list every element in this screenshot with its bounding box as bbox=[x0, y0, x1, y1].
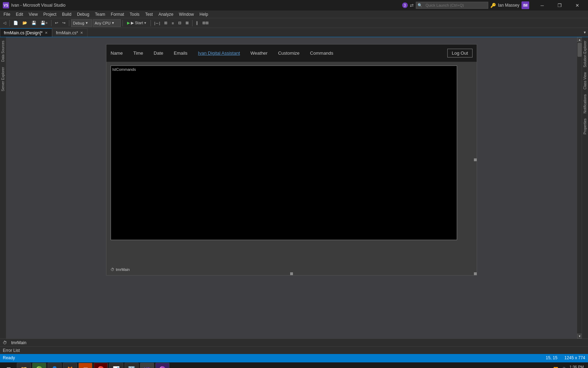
designer-area[interactable]: Name Time Date Emails Ivan Digital Assis… bbox=[6, 37, 577, 339]
tb-icon-5[interactable]: ⊠ bbox=[184, 19, 190, 27]
lstcommands-label: lstCommands bbox=[112, 67, 136, 71]
menu-debug[interactable]: Debug bbox=[74, 11, 92, 18]
taskbar-redapp[interactable]: 🔴 bbox=[94, 363, 108, 368]
taskbar-firefox[interactable]: 🦊 bbox=[63, 363, 77, 368]
taskbar-purple[interactable]: 🟣 bbox=[155, 363, 169, 368]
tab-design-close[interactable]: ✕ bbox=[44, 30, 48, 35]
taskbar-vs[interactable]: VS bbox=[140, 363, 154, 368]
menu-file[interactable]: File bbox=[1, 11, 13, 18]
notification-badge[interactable]: 3 bbox=[402, 2, 408, 8]
platform-dropdown[interactable]: Any CPU ▾ bbox=[93, 19, 121, 27]
tab-code[interactable]: frmMain.cs* ✕ bbox=[52, 28, 88, 37]
form-menustrip: Name Time Date Emails Ivan Digital Assis… bbox=[106, 45, 477, 62]
taskbar-avatar[interactable]: 👤 bbox=[48, 363, 62, 368]
timer-tray-icon: ⏱ bbox=[3, 340, 7, 345]
tb-icon-6[interactable]: ∥ bbox=[194, 19, 200, 27]
form-menu-emails[interactable]: Emails bbox=[174, 50, 188, 56]
user-name: Ian Massey bbox=[498, 3, 519, 8]
tb-icon-7[interactable]: ⊞⊞ bbox=[201, 19, 210, 27]
chevron-down-icon: ▾ bbox=[112, 21, 114, 25]
menu-format[interactable]: Format bbox=[108, 11, 127, 18]
start-button[interactable]: ▶ ▶ Start ▾ bbox=[125, 19, 148, 27]
form-menu-date[interactable]: Date bbox=[154, 50, 163, 56]
tb-icon-3[interactable]: ≡ bbox=[170, 19, 175, 27]
volume-icon: 🔊 bbox=[561, 367, 566, 368]
tb-icon-4[interactable]: ⊟ bbox=[176, 19, 183, 27]
start-menu-button[interactable]: ⊞ bbox=[1, 363, 15, 368]
side-tab-server-explorer[interactable]: Server Explorer bbox=[0, 65, 6, 93]
quick-launch-input[interactable] bbox=[424, 2, 486, 9]
toolbar-sep-6 bbox=[192, 20, 192, 26]
form-menu-weather[interactable]: Weather bbox=[251, 50, 268, 56]
user-avatar[interactable]: IM bbox=[522, 1, 529, 9]
menu-team[interactable]: Team bbox=[92, 11, 108, 18]
save-all-button[interactable]: 💾+ bbox=[39, 19, 49, 27]
scrollbar-thumb[interactable] bbox=[578, 43, 582, 57]
restore-button[interactable]: ❐ bbox=[552, 0, 568, 11]
toolbar: ◁ 📄 📂 💾 💾+ ↩ ↪ Debug ▾ Any CPU ▾ ▶ ▶ Sta… bbox=[0, 18, 588, 28]
side-tab-data-sources[interactable]: Data Sources bbox=[0, 39, 6, 64]
form-menu-ivan[interactable]: Ivan Digital Assistant bbox=[198, 50, 240, 56]
close-button[interactable]: ✕ bbox=[569, 0, 585, 11]
window-title: Ivan - Microsoft Visual Studio bbox=[11, 3, 65, 8]
undo-button[interactable]: ↩ bbox=[53, 19, 60, 27]
resize-handle[interactable] bbox=[474, 272, 477, 275]
menu-analyze[interactable]: Analyze bbox=[156, 11, 176, 18]
status-right: 15, 15 1245 x 774 bbox=[546, 355, 585, 360]
vertical-scrollbar[interactable]: ▲ ▼ bbox=[577, 37, 582, 339]
redo-button[interactable]: ↪ bbox=[61, 19, 67, 27]
toolbar-sep-4 bbox=[122, 20, 123, 26]
menu-edit[interactable]: Edit bbox=[13, 11, 26, 18]
tb-icon-1[interactable]: |↔| bbox=[153, 19, 162, 27]
lstcommands-listbox[interactable]: lstCommands bbox=[111, 66, 457, 240]
form-menu-customize[interactable]: Customize bbox=[278, 50, 299, 56]
side-tab-properties[interactable]: Properties bbox=[582, 116, 588, 137]
form-menu-time[interactable]: Time bbox=[133, 50, 143, 56]
taskbar-task-manager[interactable]: 📊 bbox=[109, 363, 123, 368]
menu-bar: File Edit View Project Build Debug Team … bbox=[0, 11, 588, 18]
side-tab-notifications[interactable]: Notifications bbox=[582, 92, 588, 115]
tab-scroll-right[interactable]: ▾ bbox=[582, 30, 588, 35]
resize-handle-bottom[interactable] bbox=[290, 272, 293, 275]
timer-tray-label[interactable]: tmrMain bbox=[11, 340, 26, 345]
error-list-label[interactable]: Error List bbox=[3, 348, 20, 353]
menu-view[interactable]: View bbox=[26, 11, 41, 18]
status-bar: Ready 15, 15 1245 x 774 bbox=[0, 354, 588, 362]
form-menu-commands[interactable]: Commands bbox=[310, 50, 333, 56]
new-project-button[interactable]: 📄 bbox=[12, 19, 20, 27]
menu-help[interactable]: Help bbox=[197, 11, 211, 18]
quick-launch-container[interactable]: 🔍 bbox=[416, 2, 488, 9]
taskbar-greenapp[interactable]: 🟢 bbox=[32, 363, 46, 368]
side-tab-class-view[interactable]: Class View bbox=[582, 70, 588, 91]
clock-area[interactable]: 1:36 PM 03/18/16 bbox=[569, 365, 584, 368]
error-list-bar: Error List bbox=[0, 346, 588, 354]
open-button[interactable]: 📂 bbox=[21, 19, 29, 27]
back-button[interactable]: ◁ bbox=[1, 19, 8, 27]
scrollbar-track[interactable] bbox=[577, 42, 582, 334]
start-dropdown-icon: ▾ bbox=[144, 21, 146, 25]
menu-window[interactable]: Window bbox=[176, 11, 197, 18]
logout-button[interactable]: Log Out bbox=[447, 49, 472, 57]
taskbar-file-explorer[interactable]: 📁 bbox=[17, 363, 31, 368]
resize-handle-right[interactable] bbox=[474, 158, 477, 161]
minimize-button[interactable]: ─ bbox=[534, 0, 550, 11]
form-canvas[interactable]: Name Time Date Emails Ivan Digital Assis… bbox=[106, 44, 477, 275]
menu-test[interactable]: Test bbox=[142, 11, 156, 18]
taskbar-mail[interactable]: ✉ bbox=[78, 363, 92, 368]
scroll-up-button[interactable]: ▲ bbox=[577, 37, 582, 42]
tab-code-close[interactable]: ✕ bbox=[79, 30, 84, 35]
side-tab-solution-explorer[interactable]: Solution Explorer bbox=[582, 39, 588, 69]
scroll-down-button[interactable]: ▼ bbox=[577, 334, 582, 339]
form-menu-name[interactable]: Name bbox=[111, 50, 123, 56]
menu-project[interactable]: Project bbox=[41, 11, 59, 18]
menu-tools[interactable]: Tools bbox=[127, 11, 142, 18]
menu-build[interactable]: Build bbox=[59, 11, 74, 18]
debug-config-dropdown[interactable]: Debug ▾ bbox=[71, 19, 92, 27]
taskbar-calc[interactable]: 🔢 bbox=[125, 363, 139, 368]
key-icon: 🔑 bbox=[490, 3, 496, 8]
tab-design[interactable]: frmMain.cs [Design]* ✕ bbox=[0, 28, 52, 37]
tb-icon-2[interactable]: ⊞ bbox=[162, 19, 169, 27]
save-button[interactable]: 💾 bbox=[30, 19, 38, 27]
toolbar-sep-5 bbox=[150, 20, 151, 26]
tab-code-label: frmMain.cs* bbox=[56, 30, 78, 35]
